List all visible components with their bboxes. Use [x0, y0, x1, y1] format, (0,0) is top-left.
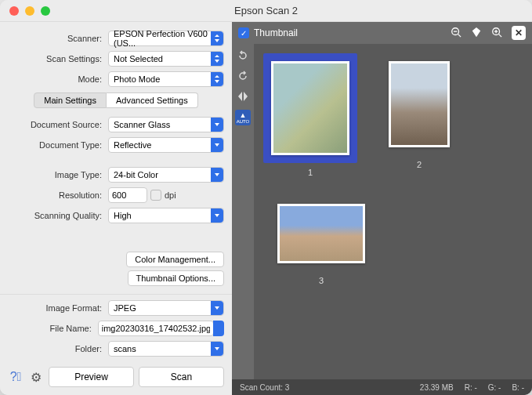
status-bar: Scan Count: 3 23.39 MB R: - G: - B: - — [232, 379, 532, 395]
scanning-quality-label: Scanning Quality: — [8, 211, 108, 220]
mode-label: Mode: — [8, 74, 108, 84]
mode-select[interactable]: Photo Mode — [108, 71, 224, 87]
scan-settings-label: Scan Settings: — [8, 54, 108, 63]
status-size: 23.39 MB — [420, 383, 454, 392]
preview-toolstrip: ▲AUTO — [232, 44, 254, 379]
settings-panel: Scanner: EPSON Perfection V600 (US... Sc… — [0, 22, 232, 395]
status-g: G: - — [488, 383, 501, 392]
preview-header: ✓ Thumbnail ✕ — [232, 22, 532, 44]
thumbnail-2[interactable]: 2 — [381, 53, 458, 177]
svg-line-4 — [499, 34, 502, 37]
tab-main-settings[interactable]: Main Settings — [34, 92, 107, 108]
resolution-unit: dpi — [165, 190, 176, 200]
zoom-out-icon[interactable] — [451, 27, 461, 40]
window-title: Epson Scan 2 — [0, 5, 532, 16]
svg-line-1 — [458, 34, 461, 37]
resolution-input[interactable] — [108, 187, 147, 203]
auto-button[interactable]: ▲AUTO — [235, 110, 251, 125]
scan-settings-select[interactable]: Not Selected — [108, 51, 224, 67]
scanner-select[interactable]: EPSON Perfection V600 (US... — [108, 31, 224, 46]
scan-button[interactable]: Scan — [139, 367, 224, 387]
help-icon[interactable]: ?⃝ — [8, 369, 24, 385]
gear-icon[interactable]: ⚙ — [28, 369, 44, 385]
close-window-button[interactable] — [9, 6, 19, 16]
close-preview-button[interactable]: ✕ — [512, 26, 526, 40]
titlebar: Epson Scan 2 — [0, 0, 532, 22]
thumbnail-grid: 1 2 3 — [254, 44, 532, 379]
thumbnail-image — [277, 204, 365, 263]
scanner-label: Scanner: — [8, 34, 108, 43]
file-name-dropdown[interactable] — [213, 321, 224, 336]
rotate-left-icon[interactable] — [235, 49, 251, 63]
preview-panel: ✓ Thumbnail ✕ ▲AUTO — [232, 22, 532, 395]
thumbnail-options-button[interactable]: Thumbnail Options... — [128, 270, 225, 286]
status-b: B: - — [512, 383, 524, 392]
image-format-label: Image Format: — [8, 303, 108, 313]
thumbnail-1[interactable]: 1 — [263, 53, 357, 177]
file-name-label: File Name: — [8, 324, 98, 333]
scan-count: Scan Count: 3 — [240, 383, 289, 392]
preview-button[interactable]: Preview — [49, 367, 134, 387]
image-type-select[interactable]: 24-bit Color — [108, 167, 224, 183]
marker-icon[interactable] — [471, 27, 482, 40]
resolution-label: Resolution: — [8, 190, 108, 200]
thumbnail-image — [271, 61, 349, 155]
color-management-button[interactable]: Color Management... — [126, 252, 224, 267]
document-source-select[interactable]: Scanner Glass — [108, 117, 224, 132]
folder-label: Folder: — [8, 344, 108, 353]
thumbnail-3[interactable]: 3 — [270, 196, 373, 285]
minimize-window-button[interactable] — [25, 6, 34, 16]
scanning-quality-select[interactable]: High — [108, 208, 224, 223]
zoom-in-icon[interactable] — [491, 27, 502, 40]
app-window: Epson Scan 2 Scanner: EPSON Perfection V… — [0, 0, 532, 395]
folder-select[interactable]: scans — [108, 341, 224, 357]
document-source-label: Document Source: — [8, 120, 108, 129]
document-type-select[interactable]: Reflective — [108, 137, 224, 153]
thumbnail-checkbox[interactable]: ✓ — [238, 27, 249, 38]
tab-advanced-settings[interactable]: Advanced Settings — [107, 92, 198, 108]
document-type-label: Document Type: — [8, 140, 108, 150]
image-type-label: Image Type: — [8, 170, 108, 179]
image-format-select[interactable]: JPEG — [108, 300, 224, 316]
resolution-lock-checkbox[interactable] — [150, 190, 161, 201]
rotate-right-icon[interactable] — [235, 69, 251, 83]
file-name-input[interactable] — [98, 321, 214, 336]
thumbnail-image — [389, 61, 450, 147]
mirror-icon[interactable] — [235, 89, 251, 103]
status-r: R: - — [465, 383, 477, 392]
fullscreen-window-button[interactable] — [41, 6, 50, 16]
settings-tabs: Main Settings Advanced Settings — [34, 92, 197, 108]
thumbnail-label: Thumbnail — [254, 27, 298, 38]
